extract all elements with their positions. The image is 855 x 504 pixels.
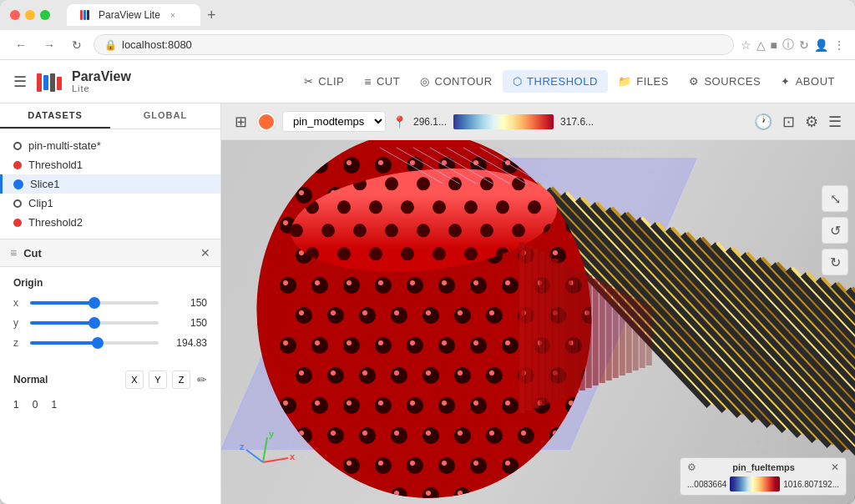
y-axis-label: y bbox=[13, 317, 23, 329]
sources-label: SOURCES bbox=[704, 75, 761, 88]
sources-icon: ⚙ bbox=[689, 75, 700, 88]
z-axis-label: z bbox=[13, 337, 23, 349]
z-slider[interactable] bbox=[30, 341, 159, 345]
minimize-button[interactable] bbox=[25, 10, 35, 20]
normal-axes: X Y Z bbox=[125, 370, 190, 389]
scene-3d[interactable]: ⤡ ↺ ↻ ⚙ pin_fueltemps ✕ ...0083664 bbox=[221, 140, 855, 504]
scene-canvas[interactable] bbox=[221, 140, 855, 504]
cut-button[interactable]: ≡ CUT bbox=[354, 70, 410, 93]
y-value: 150 bbox=[165, 317, 207, 329]
new-tab-button[interactable]: + bbox=[200, 7, 223, 24]
maximize-button[interactable] bbox=[40, 10, 50, 20]
normal-v2: 0 bbox=[33, 399, 38, 411]
tab-global[interactable]: GLOBAL bbox=[110, 103, 220, 129]
rotate-button[interactable]: ↻ bbox=[822, 249, 848, 275]
location-icon: 📍 bbox=[392, 115, 407, 129]
panel-header: ≡ Cut ✕ bbox=[0, 239, 220, 267]
color-picker-button[interactable] bbox=[257, 113, 276, 131]
screenshot-button[interactable]: ⊡ bbox=[779, 109, 798, 134]
viewport-menu-button[interactable]: ⊞ bbox=[231, 109, 250, 134]
list-item[interactable]: Threshold2 bbox=[0, 213, 220, 232]
z-row: z 194.83 bbox=[13, 337, 207, 349]
sync-icon[interactable]: ↻ bbox=[799, 38, 809, 52]
fullscreen-button[interactable]: ⤡ bbox=[822, 185, 848, 212]
range-min: 296.1... bbox=[413, 116, 447, 128]
hamburger-menu[interactable]: ☰ bbox=[10, 69, 30, 94]
list-item[interactable]: Threshold1 bbox=[0, 155, 220, 174]
y-row: y 150 bbox=[13, 317, 207, 329]
range-max: 317.6... bbox=[560, 116, 594, 128]
profile-icon[interactable]: △ bbox=[756, 38, 766, 52]
dataset-dot bbox=[13, 219, 22, 227]
app-subtitle: Lite bbox=[72, 83, 131, 93]
address-bar: ← → ↻ 🔒 localhost:8080 ☆ △ ■ ⓘ ↻ 👤 ⋮ bbox=[0, 30, 855, 60]
legend-close-button[interactable]: ✕ bbox=[831, 461, 839, 473]
reset-view-button[interactable]: ↺ bbox=[822, 217, 848, 244]
extension-icon[interactable]: ■ bbox=[771, 38, 777, 52]
tab-close-btn[interactable]: × bbox=[167, 9, 179, 21]
normal-x-button[interactable]: X bbox=[125, 370, 144, 389]
threshold-button[interactable]: ⬡ THRESHOLD bbox=[503, 70, 608, 93]
tab-datasets[interactable]: DATASETS bbox=[0, 103, 110, 129]
url-bar[interactable]: 🔒 localhost:8080 bbox=[94, 34, 734, 55]
origin-section: Origin x 150 y 150 z bbox=[0, 267, 220, 367]
active-tab[interactable]: ParaView Lite × bbox=[67, 4, 200, 26]
list-item[interactable]: pin-multi-state* bbox=[0, 136, 220, 155]
list-item[interactable]: Clip1 bbox=[0, 194, 220, 213]
list-item[interactable]: Slice1 bbox=[0, 174, 220, 194]
close-button[interactable] bbox=[10, 10, 20, 20]
sources-button[interactable]: ⚙ SOURCES bbox=[679, 70, 771, 93]
threshold-label: THRESHOLD bbox=[527, 75, 598, 88]
dataset-dot bbox=[13, 179, 23, 189]
legend-min: ...0083664 bbox=[687, 480, 726, 489]
sidebar: DATASETS GLOBAL pin-multi-state* Thresho… bbox=[0, 103, 221, 504]
user-avatar[interactable]: 👤 bbox=[814, 38, 828, 52]
clip-button[interactable]: ✂ CLIP bbox=[294, 70, 354, 93]
edit-normal-button[interactable]: ✏ bbox=[197, 373, 207, 386]
main-layout: DATASETS GLOBAL pin-multi-state* Thresho… bbox=[0, 103, 855, 504]
threshold-icon: ⬡ bbox=[513, 75, 523, 88]
clip-label: CLIP bbox=[318, 75, 344, 88]
panel-close-button[interactable]: ✕ bbox=[200, 246, 210, 260]
viewport-right-icons: ⤡ ↺ ↻ bbox=[822, 185, 848, 275]
legend-title: pin_fueltemps bbox=[732, 462, 795, 472]
files-icon: 📁 bbox=[618, 75, 632, 88]
contour-icon: ◎ bbox=[420, 75, 430, 88]
forward-button[interactable]: → bbox=[38, 35, 60, 55]
legend-settings-button[interactable]: ⚙ bbox=[687, 461, 696, 473]
colormap-bar[interactable] bbox=[453, 114, 554, 129]
info-icon[interactable]: ⓘ bbox=[782, 38, 794, 53]
panel-title: ≡ Cut bbox=[10, 246, 42, 260]
normal-y-button[interactable]: Y bbox=[149, 370, 167, 389]
refresh-button[interactable]: ↻ bbox=[67, 35, 87, 55]
y-slider[interactable] bbox=[30, 321, 159, 325]
files-label: FILES bbox=[636, 75, 669, 88]
about-label: ABOUT bbox=[796, 75, 835, 88]
contour-button[interactable]: ◎ CONTOUR bbox=[410, 70, 502, 93]
panel-title-text: Cut bbox=[23, 247, 42, 260]
settings-button[interactable]: ⚙ bbox=[802, 109, 822, 134]
array-select[interactable]: pin_modtemps bbox=[282, 111, 386, 132]
legend-bar-row: ...0083664 1016.807192... bbox=[687, 476, 839, 491]
about-button[interactable]: ✦ ABOUT bbox=[771, 70, 845, 93]
viewport-toolbar: ⊞ pin_modtemps 📍 296.1... 317.6... 🕐 ⊡ ⚙… bbox=[221, 103, 855, 140]
normal-z-button[interactable]: Z bbox=[172, 370, 190, 389]
viewport[interactable]: ⊞ pin_modtemps 📍 296.1... 317.6... 🕐 ⊡ ⚙… bbox=[221, 103, 855, 504]
x-row: x 150 bbox=[13, 297, 207, 309]
cut-icon: ≡ bbox=[364, 75, 372, 88]
menu-icon[interactable]: ⋮ bbox=[833, 38, 845, 52]
bookmark-icon[interactable]: ☆ bbox=[741, 38, 751, 52]
z-value: 194.83 bbox=[165, 337, 207, 349]
viewport-right-buttons: 🕐 ⊡ ⚙ ☰ bbox=[751, 109, 845, 134]
files-button[interactable]: 📁 FILES bbox=[608, 70, 679, 93]
clip-icon: ✂ bbox=[304, 75, 314, 88]
legend-header: ⚙ pin_fueltemps ✕ bbox=[687, 461, 839, 473]
x-slider[interactable] bbox=[30, 301, 159, 305]
tabs-bar: ParaView Lite × + bbox=[67, 4, 223, 26]
dataset-name: pin-multi-state* bbox=[28, 139, 101, 152]
dataset-dot bbox=[13, 199, 22, 208]
back-button[interactable]: ← bbox=[10, 35, 32, 55]
more-button[interactable]: ☰ bbox=[825, 109, 845, 134]
time-button[interactable]: 🕐 bbox=[751, 109, 776, 134]
logo-area: ☰ ParaView Lite bbox=[10, 69, 148, 94]
